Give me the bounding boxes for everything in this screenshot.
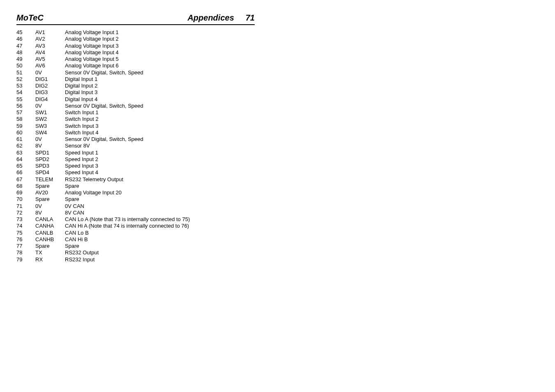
table-row: 48AV4Analog Voltage Input 4 [16,49,255,56]
pin-description: CAN Lo B [65,230,255,236]
document-page: MoTeC Appendices 71 45AV1Analog Voltage … [0,0,271,276]
pin-description: Sensor 0V Digital, Switch, Speed [65,136,255,143]
pin-description: Analog Voltage Input 2 [65,36,255,42]
pin-description: Sensor 8V [65,143,255,149]
pin-number: 73 [16,216,35,223]
pin-name: SPD2 [35,156,65,163]
pin-name: CANLA [35,216,65,223]
pin-description: 8V CAN [65,210,255,216]
table-row: 63SPD1Speed Input 1 [16,150,255,156]
pin-description: Sensor 0V Digital, Switch, Speed [65,69,255,76]
pin-description: Analog Voltage Input 3 [65,43,255,49]
pin-number: 79 [16,256,35,263]
pin-number: 71 [16,203,35,210]
pin-name: AV3 [35,43,65,49]
pin-name: SW3 [35,123,65,129]
pin-description: Digital Input 3 [65,89,255,96]
table-row: 59SW3Switch Input 3 [16,123,255,129]
table-row: 560VSensor 0V Digital, Switch, Speed [16,103,255,109]
pin-description: Analog Voltage Input 5 [65,56,255,62]
pin-name: SW2 [35,116,65,122]
pin-name: SPD1 [35,150,65,156]
pin-name: DIG3 [35,89,65,96]
pin-description: Spare [65,196,255,203]
pin-name: Spare [35,183,65,189]
pin-name: 0V [35,136,65,143]
pin-name: CANHB [35,236,65,243]
pin-name: SPD3 [35,163,65,169]
pin-number: 60 [16,129,35,136]
pin-description: 0V CAN [65,203,255,210]
pin-name: CANHA [35,223,65,229]
pin-description: Analog Voltage Input 4 [65,49,255,56]
table-row: 78TXRS232 Output [16,249,255,256]
pin-number: 70 [16,196,35,203]
table-row: 79RXRS232 Input [16,256,255,263]
pin-description: Analog Voltage Input 1 [65,29,255,36]
pin-description: Digital Input 4 [65,96,255,103]
pin-name: TELEM [35,176,65,183]
pin-description: Spare [65,243,255,249]
table-row: 70SpareSpare [16,196,255,203]
pin-description: RS232 Telemetry Output [65,176,255,183]
table-row: 60SW4Switch Input 4 [16,129,255,136]
table-row: 67TELEMRS232 Telemetry Output [16,176,255,183]
table-row: 610VSensor 0V Digital, Switch, Speed [16,136,255,143]
pin-number: 78 [16,249,35,256]
table-row: 76CANHBCAN Hi B [16,236,255,243]
pin-description: Sensor 0V Digital, Switch, Speed [65,103,255,109]
pin-number: 57 [16,109,35,116]
table-row: 47AV3Analog Voltage Input 3 [16,43,255,49]
pin-description: Switch Input 4 [65,129,255,136]
pin-number: 69 [16,189,35,196]
table-row: 77SpareSpare [16,243,255,249]
pin-number: 74 [16,223,35,229]
pin-name: SPD4 [35,169,65,176]
pin-number: 61 [16,136,35,143]
pin-table: 45AV1Analog Voltage Input 146AV2Analog V… [16,29,255,263]
pin-name: AV6 [35,62,65,69]
pin-description: CAN Hi A (Note that 74 is internally con… [65,223,255,229]
pin-number: 47 [16,43,35,49]
pin-number: 72 [16,210,35,216]
pin-description: Speed Input 2 [65,156,255,163]
pin-number: 65 [16,163,35,169]
pin-name: AV2 [35,36,65,42]
pin-name: AV1 [35,29,65,36]
table-row: 710V0V CAN [16,203,255,210]
pin-description: Digital Input 2 [65,83,255,89]
pin-number: 48 [16,49,35,56]
table-row: 75CANLBCAN Lo B [16,230,255,236]
page-header: MoTeC Appendices 71 [16,13,255,25]
table-row: 46AV2Analog Voltage Input 2 [16,36,255,42]
pin-number: 76 [16,236,35,243]
pin-name: TX [35,249,65,256]
pin-number: 62 [16,143,35,149]
pin-name: AV20 [35,189,65,196]
pin-description: Switch Input 1 [65,109,255,116]
table-row: 728V8V CAN [16,210,255,216]
pin-number: 55 [16,96,35,103]
pin-name: 8V [35,210,65,216]
table-row: 53DIG2Digital Input 2 [16,83,255,89]
table-row: 54DIG3Digital Input 3 [16,89,255,96]
pin-description: Speed Input 1 [65,150,255,156]
pin-description: CAN Lo A (Note that 73 is internally con… [65,216,255,223]
pin-name: 0V [35,103,65,109]
pin-name: RX [35,256,65,263]
pin-name: AV5 [35,56,65,62]
pin-number: 58 [16,116,35,122]
pin-number: 56 [16,103,35,109]
table-row: 50AV6Analog Voltage Input 6 [16,62,255,69]
table-row: 69AV20Analog Voltage Input 20 [16,189,255,196]
table-row: 510VSensor 0V Digital, Switch, Speed [16,69,255,76]
table-row: 74CANHACAN Hi A (Note that 74 is interna… [16,223,255,229]
pin-number: 54 [16,89,35,96]
pin-description: Spare [65,183,255,189]
pin-number: 67 [16,176,35,183]
pin-number: 64 [16,156,35,163]
pin-description: Speed Input 4 [65,169,255,176]
section-title: Appendices [187,13,234,23]
pin-number: 50 [16,62,35,69]
table-row: 628VSensor 8V [16,143,255,149]
